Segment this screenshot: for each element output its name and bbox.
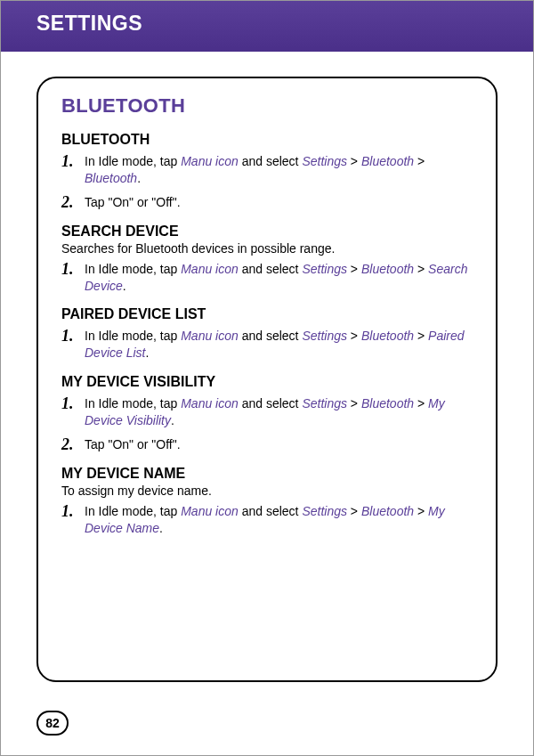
- steps-list: 1.In Idle mode, tap Manu icon and select…: [61, 395, 473, 453]
- card-title: BLUETOOTH: [61, 94, 473, 118]
- page-header-title: SETTINGS: [36, 12, 142, 35]
- step-text: In Idle mode, tap Manu icon and select S…: [85, 395, 473, 429]
- group-heading: PAIRED DEVICE LIST: [61, 306, 473, 322]
- group-heading: MY DEVICE NAME: [61, 466, 473, 482]
- group-heading: BLUETOOTH: [61, 132, 473, 148]
- step-number: 1.: [61, 325, 74, 346]
- ui-term: Bluetooth: [361, 154, 414, 168]
- step-text: In Idle mode, tap Manu icon and select S…: [85, 328, 473, 362]
- breadcrumb-separator: >: [414, 504, 428, 518]
- step-item: 1.In Idle mode, tap Manu icon and select…: [61, 395, 473, 429]
- ui-term: Bluetooth: [361, 504, 414, 518]
- breadcrumb-separator: >: [414, 262, 428, 276]
- steps-list: 1.In Idle mode, tap Manu icon and select…: [61, 261, 473, 295]
- step-text: Tap "On" or "Off".: [85, 436, 473, 453]
- ui-term: Settings: [302, 262, 347, 276]
- steps-list: 1.In Idle mode, tap Manu icon and select…: [61, 328, 473, 362]
- breadcrumb-separator: >: [414, 329, 428, 343]
- group-heading: SEARCH DEVICE: [61, 224, 473, 240]
- ui-term: Manu icon: [181, 396, 239, 411]
- step-number: 2.: [61, 434, 74, 455]
- ui-term: Settings: [302, 396, 347, 411]
- ui-term: Bluetooth: [361, 396, 414, 411]
- step-number: 1.: [61, 150, 74, 172]
- ui-term: Manu icon: [181, 329, 239, 343]
- step-number: 1.: [61, 258, 74, 280]
- breadcrumb-separator: >: [347, 396, 361, 411]
- ui-term: Manu icon: [181, 262, 239, 276]
- step-number: 1.: [61, 393, 74, 414]
- ui-term: Bluetooth: [361, 262, 414, 276]
- step-text: In Idle mode, tap Manu icon and select S…: [85, 261, 473, 295]
- breadcrumb-separator: >: [347, 504, 361, 518]
- page-number-value: 82: [45, 716, 60, 730]
- ui-term: Manu icon: [181, 154, 239, 168]
- page-number: 82: [36, 711, 69, 736]
- ui-term: Bluetooth: [361, 329, 414, 343]
- breadcrumb-separator: >: [414, 154, 425, 168]
- step-item: 1.In Idle mode, tap Manu icon and select…: [61, 261, 473, 295]
- steps-list: 1.In Idle mode, tap Manu icon and select…: [61, 503, 473, 537]
- step-text: Tap "On" or "Off".: [85, 194, 473, 211]
- ui-term: Settings: [302, 154, 347, 168]
- ui-term: Settings: [302, 504, 347, 518]
- steps-list: 1.In Idle mode, tap Manu icon and select…: [61, 153, 473, 211]
- groups-container: BLUETOOTH1.In Idle mode, tap Manu icon a…: [61, 132, 473, 537]
- ui-term: Bluetooth: [85, 171, 137, 185]
- step-item: 2.Tap "On" or "Off".: [61, 436, 473, 453]
- settings-card: BLUETOOTH BLUETOOTH1.In Idle mode, tap M…: [36, 77, 498, 682]
- group-heading: MY DEVICE VISIBILITY: [61, 374, 473, 390]
- page-header: SETTINGS: [1, 1, 533, 52]
- step-number: 2.: [61, 191, 74, 213]
- group-description: To assign my device name.: [61, 484, 473, 498]
- step-text: In Idle mode, tap Manu icon and select S…: [85, 503, 473, 537]
- step-number: 1.: [61, 500, 74, 522]
- group-description: Searches for Bluetooth devices in possib…: [61, 241, 473, 256]
- step-item: 1.In Idle mode, tap Manu icon and select…: [61, 328, 473, 362]
- ui-term: Manu icon: [181, 504, 239, 518]
- step-item: 1.In Idle mode, tap Manu icon and select…: [61, 153, 473, 187]
- breadcrumb-separator: >: [347, 262, 361, 276]
- content-area: BLUETOOTH BLUETOOTH1.In Idle mode, tap M…: [1, 52, 533, 682]
- ui-term: Settings: [302, 329, 347, 343]
- step-item: 1.In Idle mode, tap Manu icon and select…: [61, 503, 473, 537]
- breadcrumb-separator: >: [347, 329, 361, 343]
- breadcrumb-separator: >: [414, 396, 428, 411]
- step-item: 2.Tap "On" or "Off".: [61, 194, 473, 211]
- breadcrumb-separator: >: [347, 154, 361, 168]
- step-text: In Idle mode, tap Manu icon and select S…: [85, 153, 473, 187]
